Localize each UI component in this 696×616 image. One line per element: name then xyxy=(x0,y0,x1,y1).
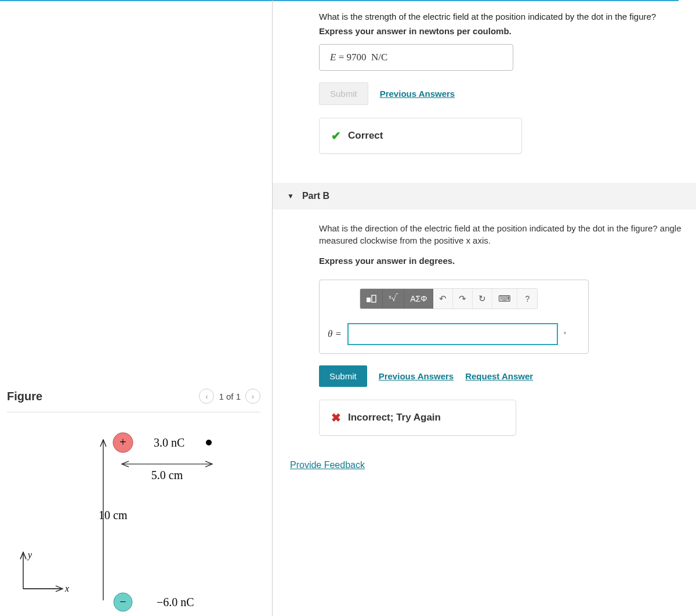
figure-diagram: + 3.0 nC 5.0 cm 10 cm y x − −6.0 nC xyxy=(6,423,261,615)
svg-text:x: x xyxy=(64,584,69,593)
caret-down-icon: ▼ xyxy=(287,192,294,200)
answer-unit: N/C xyxy=(371,52,387,63)
greek-button[interactable]: ΑΣΦ xyxy=(404,289,433,309)
part-a-submit-button: Submit xyxy=(319,82,368,105)
answer-variable: E xyxy=(330,52,336,63)
editor-toolbar: x√ ΑΣΦ ↶ ↷ ↻ ⌨ ? xyxy=(360,288,538,309)
part-b-answer-input[interactable] xyxy=(347,323,558,345)
reset-icon[interactable]: ↻ xyxy=(473,289,492,309)
part-b-submit-button[interactable]: Submit xyxy=(319,365,367,387)
part-a-previous-answers-link[interactable]: Previous Answers xyxy=(380,89,455,99)
svg-text:3.0 nC: 3.0 nC xyxy=(154,436,184,449)
redo-icon[interactable]: ↷ xyxy=(453,289,473,309)
figure-title: Figure xyxy=(7,390,42,403)
figure-header: Figure ‹ 1 of 1 › xyxy=(7,389,260,412)
figure-prev-button[interactable]: ‹ xyxy=(199,389,214,404)
theta-label: θ = xyxy=(328,328,342,340)
svg-point-4 xyxy=(206,440,212,445)
feedback-text: Incorrect; Try Again xyxy=(348,412,441,423)
part-a-answer-box: E = 9700 N/C xyxy=(319,44,513,71)
svg-text:y: y xyxy=(27,550,32,560)
check-icon: ✔ xyxy=(331,129,341,143)
answer-value: 9700 xyxy=(346,52,366,63)
svg-text:+: + xyxy=(119,436,126,448)
figure-nav: ‹ 1 of 1 › xyxy=(199,389,260,404)
part-a-question: What is the strength of the electric fie… xyxy=(319,12,696,21)
keyboard-icon[interactable]: ⌨ xyxy=(492,289,517,309)
svg-rect-16 xyxy=(372,295,376,302)
x-icon: ✖ xyxy=(331,411,341,425)
root-icon[interactable]: x√ xyxy=(383,289,404,309)
part-a-feedback: ✔ Correct xyxy=(319,118,522,154)
part-b-title: Part B xyxy=(302,191,329,201)
request-answer-link[interactable]: Request Answer xyxy=(465,371,533,381)
answer-editor: x√ ΑΣΦ ↶ ↷ ↻ ⌨ ? θ = ° xyxy=(319,280,589,354)
part-b-instruction: Express your answer in degrees. xyxy=(319,255,696,267)
part-b-question: What is the direction of the electric fi… xyxy=(319,222,696,247)
part-a-instruction: Express your answer in newtons per coulo… xyxy=(319,26,696,36)
part-b-header[interactable]: ▼ Part B xyxy=(273,183,696,209)
svg-rect-15 xyxy=(367,298,371,302)
part-b-feedback: ✖ Incorrect; Try Again xyxy=(319,400,516,436)
feedback-text: Correct xyxy=(348,130,383,142)
part-b-previous-answers-link[interactable]: Previous Answers xyxy=(379,371,454,381)
provide-feedback-link[interactable]: Provide Feedback xyxy=(290,460,696,470)
svg-text:5.0 cm: 5.0 cm xyxy=(151,469,183,481)
figure-next-button[interactable]: › xyxy=(245,389,260,404)
svg-text:−: − xyxy=(119,595,126,608)
svg-text:−6.0 nC: −6.0 nC xyxy=(157,596,194,608)
template-icon[interactable] xyxy=(360,289,383,309)
figure-nav-text: 1 of 1 xyxy=(219,392,241,401)
undo-icon[interactable]: ↶ xyxy=(433,289,453,309)
degree-unit: ° xyxy=(564,331,566,338)
help-icon[interactable]: ? xyxy=(517,289,537,309)
svg-text:10 cm: 10 cm xyxy=(99,509,128,521)
